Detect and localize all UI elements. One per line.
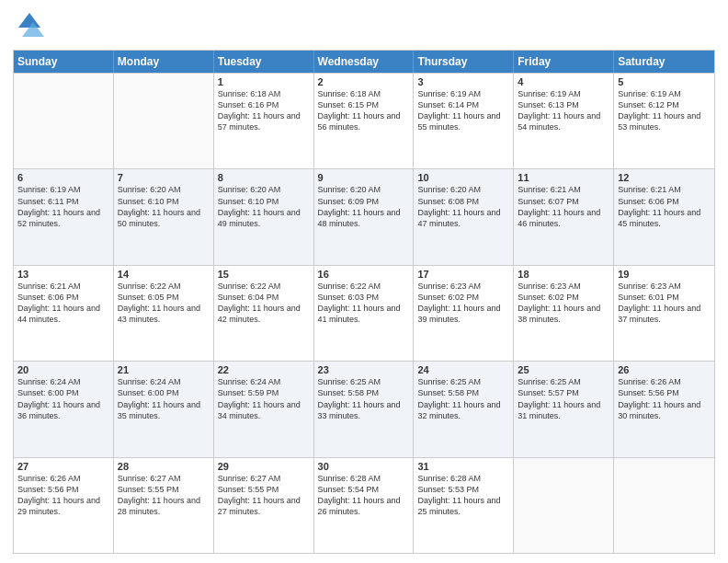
calendar-cell-2-5: 18Sunrise: 6:23 AM Sunset: 6:02 PM Dayli…: [514, 266, 614, 361]
weekday-header-friday: Friday: [514, 51, 614, 73]
cell-info: Sunrise: 6:19 AM Sunset: 6:14 PM Dayligh…: [417, 88, 509, 133]
calendar-cell-3-3: 23Sunrise: 6:25 AM Sunset: 5:58 PM Dayli…: [314, 362, 415, 456]
calendar-row-0: 1Sunrise: 6:18 AM Sunset: 6:16 PM Daylig…: [14, 73, 714, 168]
calendar-cell-4-6: [614, 458, 714, 553]
calendar-row-1: 6Sunrise: 6:19 AM Sunset: 6:11 PM Daylig…: [14, 168, 714, 264]
day-number: 2: [318, 76, 410, 87]
calendar-cell-1-2: 8Sunrise: 6:20 AM Sunset: 6:10 PM Daylig…: [214, 169, 314, 264]
day-number: 25: [518, 364, 609, 375]
day-number: 16: [318, 269, 410, 280]
weekday-header-saturday: Saturday: [614, 51, 714, 73]
calendar-cell-4-4: 31Sunrise: 6:28 AM Sunset: 5:53 PM Dayli…: [414, 458, 514, 553]
cell-info: Sunrise: 6:19 AM Sunset: 6:12 PM Dayligh…: [618, 88, 711, 133]
weekday-header-tuesday: Tuesday: [214, 51, 314, 73]
cell-info: Sunrise: 6:18 AM Sunset: 6:16 PM Dayligh…: [218, 88, 310, 133]
calendar-cell-4-3: 30Sunrise: 6:28 AM Sunset: 5:54 PM Dayli…: [314, 458, 415, 553]
calendar-body: 1Sunrise: 6:18 AM Sunset: 6:16 PM Daylig…: [14, 73, 714, 553]
calendar-cell-4-0: 27Sunrise: 6:26 AM Sunset: 5:56 PM Dayli…: [14, 458, 114, 553]
day-number: 28: [118, 461, 210, 472]
day-number: 20: [17, 364, 109, 375]
cell-info: Sunrise: 6:21 AM Sunset: 6:07 PM Dayligh…: [518, 184, 609, 229]
cell-info: Sunrise: 6:22 AM Sunset: 6:05 PM Dayligh…: [118, 281, 210, 326]
day-number: 30: [318, 461, 410, 472]
weekday-header-sunday: Sunday: [14, 51, 114, 73]
day-number: 19: [618, 269, 711, 280]
calendar-row-2: 13Sunrise: 6:21 AM Sunset: 6:06 PM Dayli…: [14, 265, 714, 361]
day-number: 18: [518, 269, 609, 280]
cell-info: Sunrise: 6:20 AM Sunset: 6:09 PM Dayligh…: [318, 184, 410, 229]
cell-info: Sunrise: 6:27 AM Sunset: 5:55 PM Dayligh…: [118, 473, 210, 518]
day-number: 27: [17, 461, 109, 472]
calendar-cell-3-1: 21Sunrise: 6:24 AM Sunset: 6:00 PM Dayli…: [114, 362, 214, 456]
cell-info: Sunrise: 6:23 AM Sunset: 6:01 PM Dayligh…: [618, 281, 711, 326]
calendar-cell-2-0: 13Sunrise: 6:21 AM Sunset: 6:06 PM Dayli…: [14, 266, 114, 361]
calendar-row-4: 27Sunrise: 6:26 AM Sunset: 5:56 PM Dayli…: [14, 457, 714, 553]
calendar-cell-2-1: 14Sunrise: 6:22 AM Sunset: 6:05 PM Dayli…: [114, 266, 214, 361]
svg-marker-0: [18, 13, 40, 28]
day-number: 31: [417, 461, 509, 472]
weekday-header-monday: Monday: [114, 51, 214, 73]
day-number: 15: [218, 269, 310, 280]
day-number: 14: [118, 269, 210, 280]
calendar-cell-0-5: 4Sunrise: 6:19 AM Sunset: 6:13 PM Daylig…: [514, 74, 614, 168]
calendar-cell-2-3: 16Sunrise: 6:22 AM Sunset: 6:03 PM Dayli…: [314, 266, 415, 361]
calendar-cell-4-1: 28Sunrise: 6:27 AM Sunset: 5:55 PM Dayli…: [114, 458, 214, 553]
calendar-cell-0-0: [14, 74, 114, 168]
logo: [13, 9, 50, 42]
calendar-cell-2-6: 19Sunrise: 6:23 AM Sunset: 6:01 PM Dayli…: [614, 266, 714, 361]
cell-info: Sunrise: 6:26 AM Sunset: 5:56 PM Dayligh…: [618, 376, 711, 421]
day-number: 9: [318, 172, 410, 183]
calendar-cell-3-6: 26Sunrise: 6:26 AM Sunset: 5:56 PM Dayli…: [614, 362, 714, 456]
calendar-header: SundayMondayTuesdayWednesdayThursdayFrid…: [14, 51, 714, 73]
calendar-cell-2-4: 17Sunrise: 6:23 AM Sunset: 6:02 PM Dayli…: [414, 266, 514, 361]
cell-info: Sunrise: 6:23 AM Sunset: 6:02 PM Dayligh…: [417, 281, 509, 326]
calendar-cell-0-1: [114, 74, 214, 168]
calendar-cell-4-2: 29Sunrise: 6:27 AM Sunset: 5:55 PM Dayli…: [214, 458, 314, 553]
day-number: 10: [417, 172, 509, 183]
day-number: 8: [218, 172, 310, 183]
cell-info: Sunrise: 6:26 AM Sunset: 5:56 PM Dayligh…: [17, 473, 109, 518]
calendar: SundayMondayTuesdayWednesdayThursdayFrid…: [13, 50, 715, 554]
day-number: 1: [218, 76, 310, 87]
calendar-cell-0-6: 5Sunrise: 6:19 AM Sunset: 6:12 PM Daylig…: [614, 74, 714, 168]
weekday-header-wednesday: Wednesday: [314, 51, 415, 73]
calendar-cell-3-4: 24Sunrise: 6:25 AM Sunset: 5:58 PM Dayli…: [414, 362, 514, 456]
cell-info: Sunrise: 6:28 AM Sunset: 5:54 PM Dayligh…: [318, 473, 410, 518]
cell-info: Sunrise: 6:19 AM Sunset: 6:13 PM Dayligh…: [518, 88, 609, 133]
calendar-cell-0-3: 2Sunrise: 6:18 AM Sunset: 6:15 PM Daylig…: [314, 74, 415, 168]
day-number: 11: [518, 172, 609, 183]
day-number: 5: [618, 76, 711, 87]
calendar-cell-1-0: 6Sunrise: 6:19 AM Sunset: 6:11 PM Daylig…: [14, 169, 114, 264]
cell-info: Sunrise: 6:20 AM Sunset: 6:08 PM Dayligh…: [417, 184, 509, 229]
cell-info: Sunrise: 6:22 AM Sunset: 6:04 PM Dayligh…: [218, 281, 310, 326]
calendar-cell-0-2: 1Sunrise: 6:18 AM Sunset: 6:16 PM Daylig…: [214, 74, 314, 168]
cell-info: Sunrise: 6:19 AM Sunset: 6:11 PM Dayligh…: [17, 184, 109, 229]
cell-info: Sunrise: 6:24 AM Sunset: 6:00 PM Dayligh…: [118, 376, 210, 421]
cell-info: Sunrise: 6:18 AM Sunset: 6:15 PM Dayligh…: [318, 88, 410, 133]
cell-info: Sunrise: 6:28 AM Sunset: 5:53 PM Dayligh…: [417, 473, 509, 518]
calendar-cell-0-4: 3Sunrise: 6:19 AM Sunset: 6:14 PM Daylig…: [414, 74, 514, 168]
cell-info: Sunrise: 6:22 AM Sunset: 6:03 PM Dayligh…: [318, 281, 410, 326]
day-number: 4: [518, 76, 609, 87]
calendar-cell-1-5: 11Sunrise: 6:21 AM Sunset: 6:07 PM Dayli…: [514, 169, 614, 264]
day-number: 6: [17, 172, 109, 183]
cell-info: Sunrise: 6:21 AM Sunset: 6:06 PM Dayligh…: [618, 184, 711, 229]
cell-info: Sunrise: 6:25 AM Sunset: 5:58 PM Dayligh…: [318, 376, 410, 421]
day-number: 17: [417, 269, 509, 280]
day-number: 26: [618, 364, 711, 375]
calendar-row-3: 20Sunrise: 6:24 AM Sunset: 6:00 PM Dayli…: [14, 361, 714, 456]
calendar-cell-1-3: 9Sunrise: 6:20 AM Sunset: 6:09 PM Daylig…: [314, 169, 415, 264]
day-number: 12: [618, 172, 711, 183]
calendar-cell-2-2: 15Sunrise: 6:22 AM Sunset: 6:04 PM Dayli…: [214, 266, 314, 361]
day-number: 21: [118, 364, 210, 375]
day-number: 3: [417, 76, 509, 87]
cell-info: Sunrise: 6:27 AM Sunset: 5:55 PM Dayligh…: [218, 473, 310, 518]
calendar-cell-1-4: 10Sunrise: 6:20 AM Sunset: 6:08 PM Dayli…: [414, 169, 514, 264]
cell-info: Sunrise: 6:20 AM Sunset: 6:10 PM Dayligh…: [118, 184, 210, 229]
cell-info: Sunrise: 6:24 AM Sunset: 6:00 PM Dayligh…: [17, 376, 109, 421]
day-number: 24: [417, 364, 509, 375]
calendar-cell-4-5: [514, 458, 614, 553]
cell-info: Sunrise: 6:25 AM Sunset: 5:57 PM Dayligh…: [518, 376, 609, 421]
logo-icon: [13, 9, 46, 42]
cell-info: Sunrise: 6:20 AM Sunset: 6:10 PM Dayligh…: [218, 184, 310, 229]
